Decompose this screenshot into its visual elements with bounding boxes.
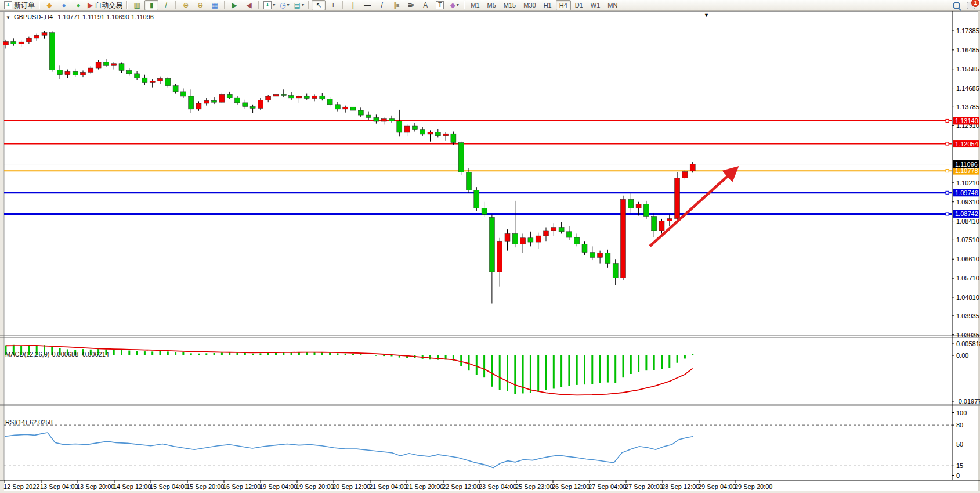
macd-name: MACD(12,26,9) — [5, 351, 49, 358]
candle-body — [335, 105, 340, 109]
timeframe-m15-button[interactable]: M15 — [500, 0, 519, 10]
candle-body — [49, 33, 55, 70]
rsi-axis-label: 80 — [956, 422, 963, 429]
rsi-axis-label: 0 — [956, 472, 960, 479]
candle-body — [142, 78, 147, 82]
candle-body — [258, 100, 263, 109]
timeframe-m1-button[interactable]: M1 — [467, 0, 483, 10]
zoom-in-button[interactable]: ⊕ — [179, 0, 193, 10]
autotrading-button[interactable]: ▶自动交易 — [86, 0, 124, 10]
arrows-icon: ◆ — [450, 1, 455, 9]
crosshair-button[interactable]: + — [326, 0, 340, 10]
text-label-button[interactable]: T — [433, 0, 447, 10]
signals-button[interactable]: ● — [71, 0, 85, 10]
search-button[interactable] — [949, 0, 963, 10]
text-label-icon: T — [436, 1, 444, 9]
candle-body — [590, 253, 595, 258]
candle-body — [158, 78, 163, 81]
candle-body — [420, 130, 425, 134]
timeframe-mn-button[interactable]: MN — [604, 0, 621, 10]
horizontal-line-button[interactable]: — — [360, 0, 374, 10]
arrows-button[interactable]: ◆▾ — [447, 0, 461, 10]
candle-body — [65, 71, 70, 74]
price-tick-label: 1.17385 — [956, 27, 979, 34]
chart-list-dropdown-icon[interactable]: ▼ — [6, 15, 10, 20]
dropdown-arrow-icon: ▾ — [302, 1, 304, 9]
candle-body — [458, 143, 464, 172]
left-window-strip — [0, 11, 4, 493]
candle-body — [374, 117, 379, 121]
candle-body — [559, 228, 564, 232]
price-tick-label: 1.04810 — [956, 294, 979, 301]
line-chart-button[interactable]: / — [159, 0, 173, 10]
current-price-tag-text: 1.11096 — [955, 161, 978, 168]
timeframe-w1-button[interactable]: W1 — [587, 0, 604, 10]
zoom-out-button[interactable]: ⊖ — [193, 0, 207, 10]
candle-body — [512, 233, 518, 244]
price-tick-label: 1.07510 — [956, 236, 979, 243]
scroll-to-end-icon[interactable]: ▼ — [704, 12, 709, 18]
notification-count-badge: 1 — [971, 0, 979, 7]
price-tick-label: 1.08410 — [956, 218, 979, 225]
pivot-line-handle[interactable] — [946, 170, 949, 172]
candle-body — [11, 41, 16, 44]
candle-body — [652, 217, 657, 231]
new-order-button[interactable]: +新订单 — [2, 0, 37, 10]
time-tick-label: 28 Sep 12:00 — [661, 483, 699, 490]
chart-canvas[interactable]: 1.173851.164851.155851.146851.137851.129… — [0, 11, 980, 493]
candle-body — [505, 233, 510, 241]
candle-body — [643, 204, 649, 216]
trendline-button[interactable]: / — [375, 0, 389, 10]
chart-shift-button[interactable]: ◀ — [242, 0, 256, 10]
candle-body — [350, 107, 356, 110]
crosshair-icon: + — [331, 1, 335, 9]
timeframe-m30-button[interactable]: M30 — [520, 0, 539, 10]
time-tick-label: 19 Sep 04:00 — [259, 483, 297, 490]
resistance-line-2-handle[interactable] — [946, 142, 949, 145]
candlestick-chart-button[interactable]: ▮ — [144, 0, 158, 10]
community-icon: ● — [62, 1, 66, 9]
fibonacci-button[interactable]: ≡F — [404, 0, 418, 10]
period-clock-button[interactable]: ◷▾ — [277, 0, 291, 10]
candle-body — [404, 126, 410, 132]
resistance-line-1-handle[interactable] — [946, 119, 949, 122]
cursor-button[interactable]: ↖ — [312, 0, 326, 10]
candle-body — [19, 42, 24, 44]
candle-body — [412, 126, 417, 130]
timeframe-m5-button[interactable]: M5 — [484, 0, 500, 10]
time-tick-label: 27 Sep 20:00 — [625, 483, 663, 490]
vertical-line-button[interactable]: | — [346, 0, 360, 10]
market-watch-button[interactable]: ◆ — [42, 0, 56, 10]
timeframe-h1-button[interactable]: H1 — [540, 0, 555, 10]
macd-axis-label: -0.01977 — [956, 398, 980, 405]
candle-body — [266, 96, 271, 100]
timeframe-h4-button[interactable]: H4 — [556, 0, 571, 10]
new-chart-button[interactable]: +▾ — [262, 0, 277, 10]
candle-body — [289, 95, 294, 98]
candle-body — [467, 172, 472, 190]
candle-body — [126, 70, 132, 73]
candle-body — [34, 35, 39, 38]
timeframe-d1-button[interactable]: D1 — [572, 0, 587, 10]
support-line-1-handle[interactable] — [946, 191, 949, 194]
bottom-window-strip — [0, 491, 980, 493]
candle-body — [173, 86, 178, 92]
signals-icon: ● — [76, 1, 80, 9]
candle-body — [320, 96, 325, 99]
community-button[interactable]: ● — [57, 0, 71, 10]
text-button[interactable]: A — [418, 0, 432, 10]
time-tick-label: 29 Sep 04:00 — [698, 483, 736, 490]
indicators-button[interactable]: ▤▾ — [292, 0, 306, 10]
tile-windows-button[interactable]: ▦ — [208, 0, 222, 10]
auto-scroll-button[interactable]: ▶ — [227, 0, 241, 10]
support-line-2-handle[interactable] — [946, 213, 949, 215]
equidistant-channel-button[interactable]: ∥E — [389, 0, 403, 10]
price-tick-label: 1.16485 — [956, 46, 979, 53]
autotrading-icon: ▶ — [88, 1, 93, 9]
candle-body — [551, 228, 556, 231]
candle-body — [520, 238, 526, 244]
notifications-button[interactable]: 1 — [964, 0, 978, 10]
bar-chart-button[interactable]: ▥ — [130, 0, 144, 10]
price-tick-label: 1.15585 — [956, 66, 979, 73]
text-icon: A — [423, 1, 428, 9]
